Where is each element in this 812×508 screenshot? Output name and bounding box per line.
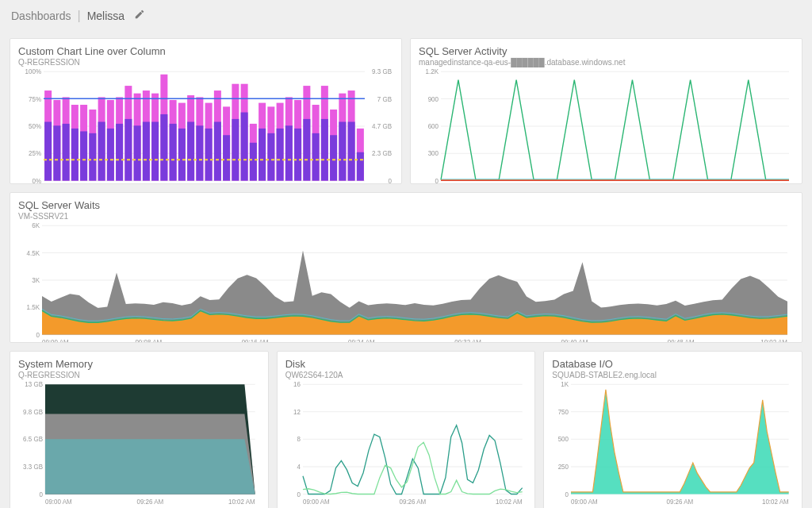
svg-text:1.5K: 1.5K [27,304,40,311]
svg-text:09:26 AM: 09:26 AM [136,498,163,506]
svg-text:09:32 AM: 09:32 AM [454,339,481,343]
svg-text:16: 16 [293,381,301,388]
card-subtitle: SQUADB-STABLE2.eng.local [552,371,794,379]
svg-rect-72 [277,129,284,181]
svg-rect-48 [170,124,177,181]
card-subtitle: Q-REGRESSION [18,58,393,67]
svg-rect-32 [98,122,105,181]
svg-rect-74 [285,125,293,180]
card-system-memory: System Memory Q-REGRESSION 03.3 GB6.5 GB… [10,351,269,508]
svg-text:09:26 AM: 09:26 AM [667,498,694,506]
svg-rect-20 [44,122,52,181]
chart-area[interactable]: 01.5K3K4.5K6K09:00 AM09:08 AM09:16 AM09:… [18,221,794,343]
svg-text:7 GB: 7 GB [377,96,392,103]
card-title: SQL Server Waits [18,199,794,211]
svg-rect-54 [196,125,203,180]
svg-rect-70 [267,133,274,181]
svg-rect-52 [187,122,194,181]
svg-text:75%: 75% [29,96,41,103]
card-disk: Disk QW62S64-120A 048121609:00 AM09:26 A… [277,351,536,508]
svg-text:09:16 AM: 09:16 AM [242,339,269,343]
svg-rect-84 [330,135,337,180]
svg-rect-40 [134,125,141,180]
svg-rect-46 [160,114,167,181]
svg-rect-86 [339,122,346,181]
svg-rect-80 [312,133,320,181]
card-subtitle: VM-SSSRV21 [18,212,794,221]
card-sql-waits: SQL Server Waits VM-SSSRV21 01.5K3K4.5K6… [10,192,802,343]
edit-icon[interactable] [134,9,145,23]
breadcrumb-root[interactable]: Dashboards [11,10,71,22]
svg-rect-44 [151,122,159,181]
card-title: System Memory [18,358,260,370]
svg-text:0: 0 [297,491,301,498]
card-title: Custom Chart Line over Column [18,45,393,57]
svg-rect-58 [214,122,221,181]
svg-text:0: 0 [565,491,569,498]
svg-text:9.3 GB: 9.3 GB [372,68,392,75]
svg-rect-38 [124,119,132,181]
svg-text:09:24 AM: 09:24 AM [348,339,375,343]
svg-rect-24 [63,124,70,181]
card-custom-chart: Custom Chart Line over Column Q-REGRESSI… [10,38,402,184]
card-subtitle: managedinstance-qa-eus-██████.database.w… [419,58,794,67]
card-subtitle: Q-REGRESSION [18,371,260,379]
svg-text:09:26 AM: 09:26 AM [399,498,426,506]
svg-rect-30 [89,133,96,181]
svg-text:100%: 100% [25,68,41,75]
svg-text:25%: 25% [29,150,41,157]
svg-rect-56 [205,129,213,181]
chart-area[interactable]: 048121609:00 AM09:26 AM10:02 AM [285,379,527,506]
svg-text:09:40 AM: 09:40 AM [561,339,588,343]
svg-text:250: 250 [558,464,569,471]
svg-rect-66 [250,143,257,181]
svg-text:900: 900 [428,96,439,103]
svg-text:0: 0 [36,332,40,339]
chart-area[interactable]: 0%25%50%75%100%09:00 AM09:18 AM09:35 AM1… [18,67,393,184]
svg-text:09:00 AM: 09:00 AM [45,498,72,506]
svg-rect-76 [294,129,301,181]
chart-area[interactable]: 02505007501K09:00 AM09:26 AM10:02 AM [552,379,794,506]
svg-text:1K: 1K [561,381,569,388]
svg-text:50%: 50% [29,123,41,130]
svg-text:750: 750 [558,409,569,416]
svg-text:0%: 0% [32,178,41,184]
svg-text:10:02 AM: 10:02 AM [496,498,523,506]
svg-text:09:00 AM: 09:00 AM [42,339,69,343]
svg-text:09:00 AM: 09:00 AM [303,498,330,506]
dashboard-grid: Custom Chart Line over Column Q-REGRESSI… [0,32,812,508]
svg-text:09:48 AM: 09:48 AM [668,339,695,343]
svg-text:300: 300 [428,150,439,157]
breadcrumb-separator: | [78,9,81,23]
breadcrumb-header: Dashboards | Melissa [0,0,812,32]
card-subtitle: QW62S64-120A [285,371,527,379]
svg-text:12: 12 [293,409,301,416]
svg-text:9.8 GB: 9.8 GB [23,409,43,416]
svg-rect-78 [303,119,310,181]
svg-text:0: 0 [435,178,439,184]
svg-rect-50 [178,129,186,181]
svg-rect-26 [71,129,79,181]
svg-text:8: 8 [297,436,301,443]
card-title: Database I/O [552,358,794,370]
svg-text:2.3 GB: 2.3 GB [372,150,392,157]
svg-text:09:00 AM: 09:00 AM [571,498,598,506]
svg-text:500: 500 [558,436,569,443]
svg-rect-22 [53,125,60,180]
svg-text:10:02 AM: 10:02 AM [760,339,787,343]
svg-text:13 GB: 13 GB [25,381,43,388]
svg-text:4.5K: 4.5K [27,250,40,257]
svg-text:09:08 AM: 09:08 AM [135,339,162,343]
svg-rect-90 [357,152,364,181]
svg-text:3.3 GB: 3.3 GB [23,464,43,471]
svg-text:4: 4 [297,464,301,471]
svg-rect-36 [116,124,123,181]
card-title: Disk [285,358,527,370]
svg-rect-34 [107,129,114,181]
svg-rect-68 [259,129,266,181]
card-title: SQL Server Activity [419,45,794,57]
svg-text:0: 0 [389,178,393,184]
chart-area[interactable]: 03006009001.2K09:00 AM09:18 AM09:35 AM10… [419,67,794,184]
chart-area[interactable]: 03.3 GB6.5 GB9.8 GB13 GB09:00 AM09:26 AM… [18,379,260,506]
svg-text:1.2K: 1.2K [426,68,439,75]
